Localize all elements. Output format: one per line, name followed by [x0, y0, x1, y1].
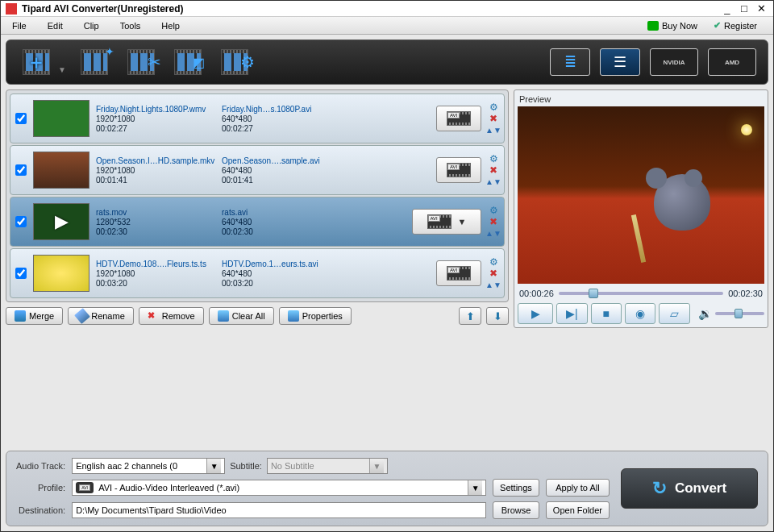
- output-filename: Open.Season….sample.avi: [222, 156, 341, 165]
- source-filename: Open.Season.I…HD.sample.mkv: [96, 156, 215, 165]
- file-row[interactable]: Friday.Night.Lights.1080P.wmv 1920*1080 …: [10, 94, 505, 143]
- seek-thumb[interactable]: [589, 289, 598, 298]
- row-sort-button[interactable]: ▲▼: [488, 124, 499, 135]
- source-resolution: 1920*1080: [96, 269, 215, 278]
- menu-edit[interactable]: Edit: [44, 19, 81, 32]
- seek-slider[interactable]: [559, 292, 723, 295]
- move-up-button[interactable]: ⬆: [459, 307, 481, 325]
- clear-icon: [218, 310, 229, 322]
- source-info: HDTV.Demo.108….Fleurs.ts.ts 1920*1080 00…: [96, 260, 215, 288]
- menu-help[interactable]: Help: [158, 19, 198, 32]
- row-settings-button[interactable]: ⚙: [488, 256, 499, 268]
- output-format-button[interactable]: AVI: [436, 157, 481, 183]
- remove-button[interactable]: ✖Remove: [139, 307, 204, 325]
- crop-button[interactable]: ◩: [169, 47, 206, 77]
- audio-track-label: Audio Track:: [16, 461, 65, 471]
- convert-label: Convert: [675, 480, 726, 497]
- rename-button[interactable]: Rename: [68, 307, 134, 325]
- output-resolution: 640*480: [222, 114, 341, 123]
- row-settings-button[interactable]: ⚙: [488, 205, 499, 216]
- profile-select[interactable]: AVI AVI - Audio-Video Interleaved (*.avi…: [72, 480, 486, 496]
- toolbar: ＋ ▼ ✦ ✂ ◩ ⚙ ≣ ☰ NVIDIA AMD: [6, 39, 768, 85]
- source-info: Friday.Night.Lights.1080P.wmv 1920*1080 …: [96, 105, 215, 133]
- output-format-button[interactable]: AVI: [436, 260, 481, 286]
- stop-button[interactable]: ■: [591, 303, 622, 324]
- output-info: rats.avi 640*480 00:02:30: [222, 208, 341, 236]
- row-delete-button[interactable]: ✖: [488, 113, 499, 124]
- app-window: Tipard AVI Converter(Unregistered) _ □ ✕…: [0, 0, 774, 532]
- file-thumbnail: [33, 255, 89, 292]
- source-duration: 00:03:20: [96, 279, 215, 288]
- cart-icon: [647, 21, 659, 31]
- menu-tools[interactable]: Tools: [117, 19, 159, 32]
- output-duration: 00:03:20: [222, 279, 341, 288]
- apply-all-button[interactable]: Apply to All: [546, 479, 610, 497]
- file-checkbox[interactable]: [15, 216, 27, 227]
- move-down-button[interactable]: ⬇: [486, 307, 509, 325]
- volume-thumb[interactable]: [734, 309, 743, 318]
- subtitle-select[interactable]: No Subtitle ▼: [267, 458, 388, 474]
- scissors-icon: ✂: [148, 52, 161, 72]
- volume-icon[interactable]: 🔉: [698, 307, 712, 320]
- step-button[interactable]: ▶|: [556, 303, 587, 324]
- properties-button[interactable]: Properties: [279, 307, 352, 325]
- register-link[interactable]: ✔ Register: [705, 19, 765, 32]
- video-area[interactable]: [518, 106, 764, 284]
- snapshot-button[interactable]: ◉: [625, 303, 655, 324]
- clear-all-button[interactable]: Clear All: [209, 307, 274, 325]
- menu-file[interactable]: File: [9, 19, 44, 32]
- destination-input[interactable]: [72, 502, 486, 518]
- file-thumbnail: [33, 100, 89, 137]
- view-list-button[interactable]: ≣: [550, 48, 590, 76]
- preferences-button[interactable]: ⚙: [216, 47, 253, 77]
- open-folder-button[interactable]: Open Folder: [546, 501, 610, 519]
- close-button[interactable]: ✕: [754, 2, 768, 15]
- preview-box: Preview 00:00:26 00:02:30 ▶ ▶| ■ ◉ ▱ 🔉: [514, 89, 768, 328]
- file-checkbox[interactable]: [15, 268, 27, 279]
- file-thumbnail: ▶: [33, 203, 89, 240]
- menu-clip[interactable]: Clip: [81, 19, 117, 32]
- view-detail-button[interactable]: ☰: [600, 48, 640, 76]
- minimize-button[interactable]: _: [720, 2, 734, 15]
- source-info: Open.Season.I…HD.sample.mkv 1920*1080 00…: [96, 156, 215, 185]
- file-row[interactable]: ▶ rats.mov 1280*532 00:02:30 rats.avi 64…: [10, 197, 505, 247]
- pencil-icon: [74, 308, 90, 324]
- row-sort-button[interactable]: ▲▼: [488, 176, 499, 187]
- row-delete-button[interactable]: ✖: [488, 164, 499, 176]
- preview-label: Preview: [518, 94, 764, 106]
- row-settings-button[interactable]: ⚙: [488, 102, 499, 113]
- add-file-dropdown[interactable]: ▼: [58, 65, 66, 74]
- volume-slider[interactable]: [715, 312, 764, 315]
- fullscreen-button[interactable]: ▱: [659, 303, 689, 324]
- add-file-button[interactable]: ＋: [18, 47, 55, 77]
- row-sort-button[interactable]: ▲▼: [488, 227, 499, 239]
- file-row[interactable]: HDTV.Demo.108….Fleurs.ts.ts 1920*1080 00…: [10, 248, 505, 298]
- file-checkbox[interactable]: [15, 113, 27, 124]
- row-delete-button[interactable]: ✖: [488, 216, 499, 227]
- time-row: 00:00:26 00:02:30: [518, 284, 764, 300]
- output-format-button[interactable]: AVI: [436, 106, 481, 131]
- play-button[interactable]: ▶: [518, 303, 553, 324]
- file-row[interactable]: Open.Season.I…HD.sample.mkv 1920*1080 00…: [10, 145, 505, 195]
- row-sort-button[interactable]: ▲▼: [488, 279, 499, 290]
- maximize-button[interactable]: □: [737, 2, 751, 15]
- browse-button[interactable]: Browse: [493, 501, 539, 519]
- settings-button[interactable]: Settings: [493, 479, 539, 497]
- trim-button[interactable]: ✂: [123, 47, 160, 77]
- effects-button[interactable]: ✦: [76, 47, 113, 77]
- app-icon: [6, 3, 17, 15]
- buy-now-link[interactable]: Buy Now: [639, 19, 705, 32]
- row-settings-button[interactable]: ⚙: [488, 153, 499, 164]
- output-format-button[interactable]: AVI ▼: [412, 209, 481, 235]
- nvidia-badge: NVIDIA: [650, 48, 698, 76]
- convert-button[interactable]: ↻ Convert: [621, 468, 758, 509]
- audio-track-select[interactable]: English aac 2 channels (0 ▼: [72, 458, 225, 474]
- chevron-down-icon: ▼: [468, 480, 482, 495]
- file-checkbox[interactable]: [15, 164, 27, 176]
- crop-icon: ◩: [193, 55, 205, 70]
- merge-button[interactable]: Merge: [6, 307, 63, 325]
- row-controls: ⚙ ✖ ▲▼: [488, 102, 499, 135]
- row-delete-button[interactable]: ✖: [488, 268, 499, 279]
- cycle-icon: ↻: [652, 478, 667, 499]
- register-label: Register: [724, 21, 757, 31]
